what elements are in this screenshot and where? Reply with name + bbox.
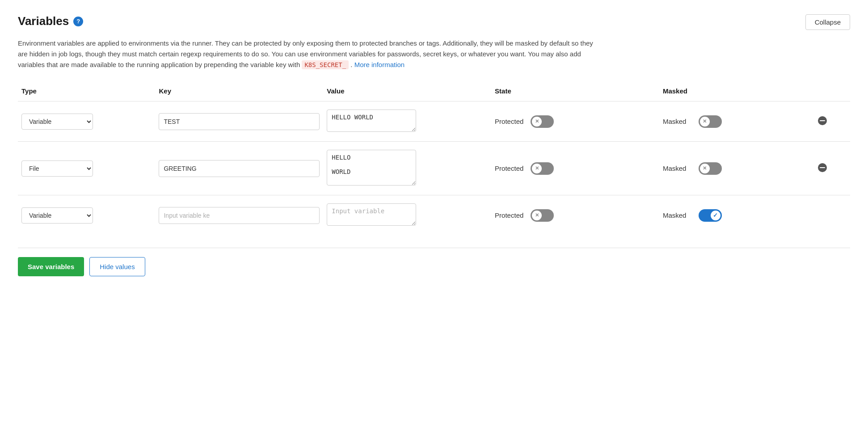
page-header: Variables ? Collapse [18,14,850,30]
table-row: VariableFileProtected✕Masked✓ [18,195,850,236]
footer-actions: Save variables Hide values [18,248,850,276]
svg-rect-3 [820,167,825,168]
masked-label-0: Masked [663,118,694,125]
description: Environment variables are applied to env… [18,38,599,70]
description-text-2: . [350,61,354,68]
masked-cell-2: Masked✓ [663,209,809,222]
state-label-2: Protected [495,211,526,219]
state-toggle-2[interactable]: ✕ [531,209,554,222]
col-header-key: Key [155,83,323,101]
masked-toggle-2[interactable]: ✓ [699,209,722,222]
table-row: VariableFileProtected✕Masked✕ [18,142,850,195]
more-info-link[interactable]: More information [354,61,405,68]
key-input-0[interactable] [159,113,320,130]
state-cell-1: Protected✕ [495,162,656,175]
state-cell-2: Protected✕ [495,209,656,222]
value-textarea-0[interactable] [327,110,416,132]
col-header-masked: Masked [659,83,812,101]
remove-button-1[interactable] [816,163,829,174]
col-header-type: Type [18,83,155,101]
key-input-1[interactable] [159,160,320,177]
type-select-1[interactable]: VariableFile [21,160,93,177]
collapse-button[interactable]: Collapse [805,14,850,30]
col-header-value: Value [323,83,491,101]
state-toggle-1[interactable]: ✕ [531,162,554,175]
remove-button-0[interactable] [816,116,829,127]
save-variables-button[interactable]: Save variables [18,257,84,276]
help-icon[interactable]: ? [73,17,83,26]
state-toggle-0[interactable]: ✕ [531,115,554,128]
title-row: Variables ? [18,14,83,28]
masked-cell-0: Masked✕ [663,115,809,128]
table-row: VariableFileProtected✕Masked✕ [18,101,850,142]
col-header-state: State [491,83,659,101]
masked-cell-1: Masked✕ [663,162,809,175]
svg-rect-1 [820,120,825,121]
type-select-2[interactable]: VariableFile [21,207,93,224]
value-textarea-2[interactable] [327,203,416,226]
masked-label-2: Masked [663,211,694,219]
k8s-badge: K8S_SECRET_ [302,60,349,69]
state-cell-0: Protected✕ [495,115,656,128]
state-label-0: Protected [495,118,526,125]
value-textarea-1[interactable] [327,150,416,186]
page-title: Variables [18,14,69,28]
col-header-action [812,83,850,101]
hide-values-button[interactable]: Hide values [89,257,145,276]
masked-toggle-1[interactable]: ✕ [699,162,722,175]
masked-toggle-0[interactable]: ✕ [699,115,722,128]
type-select-0[interactable]: VariableFile [21,114,93,130]
masked-label-1: Masked [663,165,694,172]
key-input-2[interactable] [159,207,320,224]
variables-table: Type Key Value State Masked VariableFile… [18,83,850,235]
table-header-row: Type Key Value State Masked [18,83,850,101]
state-label-1: Protected [495,165,526,172]
